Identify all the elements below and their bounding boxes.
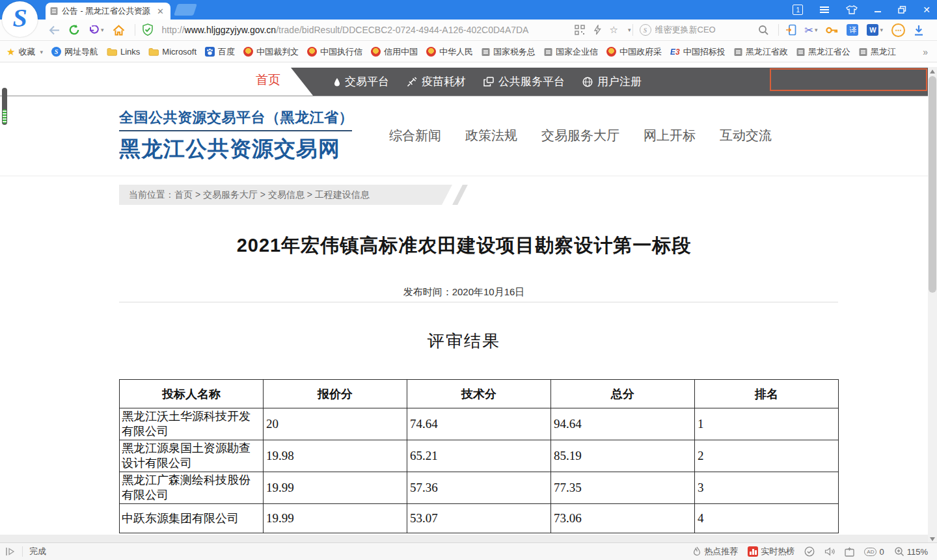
sogou-browser-logo: S xyxy=(2,1,38,37)
search-input[interactable]: 维密更换新CEO xyxy=(655,24,754,36)
bookmark-favorites[interactable]: ★收藏▾ xyxy=(7,46,43,58)
favorite-star-icon[interactable]: ☆ xyxy=(610,24,618,36)
price-score: 19.99 xyxy=(264,504,407,533)
site-nav-trade-hall[interactable]: 交易服务大厅 xyxy=(541,127,619,144)
portal-bar-divider xyxy=(0,96,937,96)
screenshot-scissors-icon[interactable]: ✂▾ xyxy=(805,24,818,36)
new-tab-button[interactable] xyxy=(174,4,197,16)
site-name: 黑龙江公共资源交易网 xyxy=(119,135,340,164)
translate-icon[interactable]: 译 xyxy=(847,24,858,36)
qr-code-icon[interactable] xyxy=(575,25,585,35)
tech-score: 53.07 xyxy=(407,504,551,533)
tab-close-icon[interactable]: ✕ xyxy=(157,7,164,16)
sidebar-play-icon[interactable] xyxy=(5,547,16,556)
minimize-icon[interactable] xyxy=(874,7,882,13)
statusbar: 完成 热点推荐 实时热榜 AD 0 xyxy=(0,542,937,560)
hot-list-toggle[interactable]: 实时热榜 xyxy=(748,546,794,557)
browser-tab[interactable]: 公告 - 黑龙江省公共资源 ✕ xyxy=(46,3,170,20)
back-icon[interactable] xyxy=(48,25,60,35)
bookmark-item[interactable]: 国家企业信 xyxy=(544,46,598,58)
bookmark-item[interactable]: 中国执行信 xyxy=(307,46,362,58)
word-dropdown-icon[interactable]: ▾ xyxy=(880,27,883,33)
section-title: 评审结果 xyxy=(0,330,928,353)
bookmark-item[interactable]: 百度 xyxy=(205,46,235,58)
doc-icon xyxy=(734,47,742,57)
page-title: 2021年宏伟镇高标准农田建设项目勘察设计第一标段 xyxy=(0,233,928,259)
portal-home-link[interactable]: 首页 xyxy=(256,72,280,88)
send-to-phone-icon[interactable] xyxy=(785,24,796,36)
word-doc-icon[interactable]: W▾ xyxy=(867,24,883,36)
zoom-control[interactable]: 115% xyxy=(894,546,928,557)
refresh-icon[interactable] xyxy=(68,24,80,36)
bookmark-item[interactable]: 国家税务总 xyxy=(482,46,536,58)
scissors-dropdown-icon[interactable]: ▾ xyxy=(815,27,818,33)
close-icon[interactable]: ✕ xyxy=(923,5,930,14)
lightning-icon[interactable] xyxy=(593,25,601,35)
bookmark-folder[interactable]: Links xyxy=(107,47,140,57)
bookmark-item[interactable]: 信用中国 xyxy=(371,46,418,58)
address-bar[interactable]: http://www.hljggzyjyw.gov.cn/trade/bidRe… xyxy=(162,25,571,35)
folder-icon xyxy=(148,47,159,56)
bookmark-item[interactable]: 黑龙江省公 xyxy=(796,46,850,58)
bookmark-item[interactable]: S网址导航 xyxy=(51,46,98,58)
site-nav-policy[interactable]: 政策法规 xyxy=(465,127,517,144)
bookmark-item[interactable]: 黑龙江 xyxy=(859,46,896,58)
undo-icon[interactable]: ▾ xyxy=(88,25,104,35)
folder-icon xyxy=(107,47,117,56)
password-key-icon[interactable] xyxy=(826,26,838,34)
emblem-icon xyxy=(307,47,317,57)
doc-icon xyxy=(859,47,867,57)
menu-icon[interactable] xyxy=(819,6,830,14)
portal-search-box[interactable] xyxy=(770,68,927,91)
undo-dropdown-icon[interactable]: ▾ xyxy=(101,27,104,33)
bookmark-item[interactable]: 中国裁判文 xyxy=(243,46,299,58)
portal-nav-register[interactable]: 用户注册 xyxy=(582,74,642,89)
page-viewport: 首页 交易平台 疫苗耗材 公共服务平台 用户注册 全国公共资源交易平台（黑龙江省… xyxy=(0,62,937,543)
vertical-scrollbar[interactable] xyxy=(928,67,937,535)
scrollbar-thumb[interactable] xyxy=(929,76,936,293)
scroll-down-icon[interactable] xyxy=(930,537,935,541)
favorites-dropdown-icon[interactable]: ▾ xyxy=(40,49,43,55)
star-dropdown-icon[interactable]: ▾ xyxy=(628,27,631,33)
bookmark-item[interactable]: 中国政府采 xyxy=(606,46,662,58)
home-icon[interactable] xyxy=(113,25,125,36)
bookmark-folder[interactable]: Microsoft xyxy=(148,47,197,57)
scroll-up-icon[interactable] xyxy=(930,70,935,73)
portal-nav-trade[interactable]: 交易平台 xyxy=(334,74,389,89)
restore-icon[interactable] xyxy=(898,6,906,14)
e3-logo-icon: E3 xyxy=(670,47,680,57)
portal-nav-public-service[interactable]: 公共服务平台 xyxy=(483,74,565,89)
speaker-icon[interactable] xyxy=(824,547,835,556)
bidder-name: 黑龙江沃土华源科技开发有限公司 xyxy=(120,408,264,440)
tab-count-badge[interactable]: 1 xyxy=(793,5,803,15)
site-nav-interaction[interactable]: 互动交流 xyxy=(720,127,772,144)
header-divider xyxy=(0,176,928,176)
safety-check-icon[interactable] xyxy=(804,546,815,557)
bookmark-item[interactable]: 中华人民 xyxy=(426,46,473,58)
portal-nav-vaccine[interactable]: 疫苗耗材 xyxy=(407,74,466,89)
hot-recommend-toggle[interactable]: 热点推荐 xyxy=(692,546,738,557)
sidebar-handle[interactable] xyxy=(2,88,7,125)
ad-block-counter[interactable]: AD 0 xyxy=(864,547,884,557)
col-total-score: 总分 xyxy=(551,380,695,408)
price-score: 19.98 xyxy=(264,440,407,472)
site-nav-online-bid[interactable]: 网上开标 xyxy=(644,127,696,144)
search-icon[interactable] xyxy=(758,25,768,35)
search-engine-icon: S xyxy=(640,24,651,36)
bookmark-item[interactable]: 黑龙江省政 xyxy=(734,46,788,58)
site-nav-news[interactable]: 综合新闻 xyxy=(389,127,441,144)
security-shield-icon[interactable] xyxy=(142,23,154,36)
app-box-icon[interactable] xyxy=(845,547,854,557)
table-row: 中跃东源集团有限公司 19.99 53.07 73.06 4 xyxy=(120,504,839,533)
globe-icon xyxy=(582,77,593,87)
col-bidder-name: 投标人名称 xyxy=(120,380,264,408)
skin-shirt-icon[interactable] xyxy=(846,5,858,14)
more-tools-icon[interactable]: ⋯ xyxy=(891,23,905,37)
table-header-row: 投标人名称 报价分 技术分 总分 排名 xyxy=(120,380,839,408)
download-icon[interactable] xyxy=(914,25,924,36)
bookmark-item[interactable]: E3中国招标投 xyxy=(670,46,726,58)
browser-window: 公告 - 黑龙江省公共资源 ✕ 1 ✕ S xyxy=(0,0,937,560)
review-result-table: 投标人名称 报价分 技术分 总分 排名 黑龙江沃土华源科技开发有限公司 20 7… xyxy=(119,379,839,533)
bookmarks-overflow-icon[interactable]: » xyxy=(923,47,928,57)
breadcrumb[interactable]: 当前位置：首页 > 交易服务大厅 > 交易信息 > 工程建设信息 xyxy=(119,185,452,205)
